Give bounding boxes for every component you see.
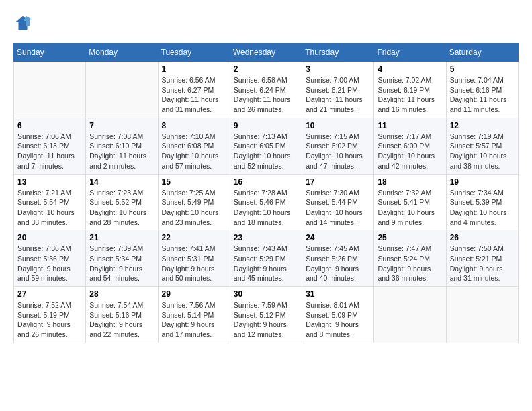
day-info: Sunrise: 7:15 AM Sunset: 6:02 PM Dayligh… xyxy=(306,132,370,171)
calendar-cell: 31Sunrise: 8:01 AM Sunset: 5:09 PM Dayli… xyxy=(302,287,374,343)
day-info: Sunrise: 7:34 AM Sunset: 5:39 PM Dayligh… xyxy=(450,188,515,228)
day-number: 19 xyxy=(450,177,515,187)
day-info: Sunrise: 6:58 AM Sunset: 6:24 PM Dayligh… xyxy=(234,75,298,115)
day-info: Sunrise: 7:41 AM Sunset: 5:31 PM Dayligh… xyxy=(162,244,226,283)
calendar-cell: 19Sunrise: 7:34 AM Sunset: 5:39 PM Dayli… xyxy=(446,174,518,230)
day-number: 24 xyxy=(306,233,370,242)
day-info: Sunrise: 7:52 AM Sunset: 5:19 PM Dayligh… xyxy=(17,300,82,340)
day-info: Sunrise: 7:17 AM Sunset: 6:00 PM Dayligh… xyxy=(378,132,442,171)
day-info: Sunrise: 7:36 AM Sunset: 5:36 PM Dayligh… xyxy=(17,244,82,283)
day-number: 7 xyxy=(89,121,154,130)
calendar-cell: 1Sunrise: 6:56 AM Sunset: 6:27 PM Daylig… xyxy=(158,62,230,118)
calendar-cell: 5Sunrise: 7:04 AM Sunset: 6:16 PM Daylig… xyxy=(446,62,518,118)
day-info: Sunrise: 7:28 AM Sunset: 5:46 PM Dayligh… xyxy=(234,188,298,228)
day-number: 22 xyxy=(162,233,226,242)
calendar-cell: 9Sunrise: 7:13 AM Sunset: 6:05 PM Daylig… xyxy=(230,118,302,174)
day-number: 10 xyxy=(306,121,370,130)
day-number: 28 xyxy=(89,289,154,299)
calendar-header-wednesday: Wednesday xyxy=(230,44,302,62)
calendar-cell: 25Sunrise: 7:47 AM Sunset: 5:24 PM Dayli… xyxy=(374,230,446,287)
calendar-cell: 6Sunrise: 7:06 AM Sunset: 6:13 PM Daylig… xyxy=(14,118,86,174)
calendar-cell: 24Sunrise: 7:45 AM Sunset: 5:26 PM Dayli… xyxy=(302,230,374,287)
day-number: 16 xyxy=(234,177,298,187)
day-info: Sunrise: 7:54 AM Sunset: 5:16 PM Dayligh… xyxy=(89,300,154,340)
day-info: Sunrise: 7:56 AM Sunset: 5:14 PM Dayligh… xyxy=(162,300,226,340)
day-number: 13 xyxy=(17,177,82,187)
day-info: Sunrise: 6:56 AM Sunset: 6:27 PM Dayligh… xyxy=(162,75,226,115)
calendar-cell: 8Sunrise: 7:10 AM Sunset: 6:08 PM Daylig… xyxy=(158,118,230,174)
day-number: 23 xyxy=(234,233,298,242)
calendar-header-row: SundayMondayTuesdayWednesdayThursdayFrid… xyxy=(14,44,519,62)
calendar-header-monday: Monday xyxy=(86,44,158,62)
calendar-cell: 12Sunrise: 7:19 AM Sunset: 5:57 PM Dayli… xyxy=(446,118,518,174)
calendar-header-saturday: Saturday xyxy=(446,44,518,62)
day-number: 3 xyxy=(306,64,370,74)
calendar-cell: 29Sunrise: 7:56 AM Sunset: 5:14 PM Dayli… xyxy=(158,287,230,343)
calendar-cell xyxy=(86,62,158,118)
day-info: Sunrise: 7:47 AM Sunset: 5:24 PM Dayligh… xyxy=(378,244,442,283)
calendar-week-row: 6Sunrise: 7:06 AM Sunset: 6:13 PM Daylig… xyxy=(14,118,519,174)
day-number: 27 xyxy=(17,289,82,299)
calendar-cell: 11Sunrise: 7:17 AM Sunset: 6:00 PM Dayli… xyxy=(374,118,446,174)
day-number: 21 xyxy=(89,233,154,242)
calendar-week-row: 1Sunrise: 6:56 AM Sunset: 6:27 PM Daylig… xyxy=(14,62,519,118)
day-number: 25 xyxy=(378,233,442,242)
calendar-cell: 20Sunrise: 7:36 AM Sunset: 5:36 PM Dayli… xyxy=(14,230,86,287)
calendar-cell: 28Sunrise: 7:54 AM Sunset: 5:16 PM Dayli… xyxy=(86,287,158,343)
calendar-cell: 15Sunrise: 7:25 AM Sunset: 5:49 PM Dayli… xyxy=(158,174,230,230)
day-number: 31 xyxy=(306,289,370,299)
calendar-cell: 3Sunrise: 7:00 AM Sunset: 6:21 PM Daylig… xyxy=(302,62,374,118)
calendar-cell: 13Sunrise: 7:21 AM Sunset: 5:54 PM Dayli… xyxy=(14,174,86,230)
calendar-cell: 22Sunrise: 7:41 AM Sunset: 5:31 PM Dayli… xyxy=(158,230,230,287)
day-number: 8 xyxy=(162,121,226,130)
day-number: 26 xyxy=(450,233,515,242)
day-number: 15 xyxy=(162,177,226,187)
day-number: 17 xyxy=(306,177,370,187)
day-info: Sunrise: 7:30 AM Sunset: 5:44 PM Dayligh… xyxy=(306,188,370,228)
day-info: Sunrise: 7:02 AM Sunset: 6:19 PM Dayligh… xyxy=(378,75,442,115)
logo xyxy=(13,13,35,32)
calendar-cell: 14Sunrise: 7:23 AM Sunset: 5:52 PM Dayli… xyxy=(86,174,158,230)
day-info: Sunrise: 8:01 AM Sunset: 5:09 PM Dayligh… xyxy=(306,300,370,340)
day-number: 14 xyxy=(89,177,154,187)
day-info: Sunrise: 7:43 AM Sunset: 5:29 PM Dayligh… xyxy=(234,244,298,283)
day-info: Sunrise: 7:06 AM Sunset: 6:13 PM Dayligh… xyxy=(17,132,82,171)
day-info: Sunrise: 7:59 AM Sunset: 5:12 PM Dayligh… xyxy=(234,300,298,340)
day-info: Sunrise: 7:19 AM Sunset: 5:57 PM Dayligh… xyxy=(450,132,515,171)
day-info: Sunrise: 7:23 AM Sunset: 5:52 PM Dayligh… xyxy=(89,188,154,228)
calendar-cell: 23Sunrise: 7:43 AM Sunset: 5:29 PM Dayli… xyxy=(230,230,302,287)
day-number: 18 xyxy=(378,177,442,187)
day-number: 4 xyxy=(378,64,442,74)
calendar-cell xyxy=(374,287,446,343)
day-info: Sunrise: 7:04 AM Sunset: 6:16 PM Dayligh… xyxy=(450,75,515,115)
calendar-header-sunday: Sunday xyxy=(14,44,86,62)
day-number: 9 xyxy=(234,121,298,130)
day-info: Sunrise: 7:39 AM Sunset: 5:34 PM Dayligh… xyxy=(89,244,154,283)
day-number: 2 xyxy=(234,64,298,74)
calendar-cell: 27Sunrise: 7:52 AM Sunset: 5:19 PM Dayli… xyxy=(14,287,86,343)
day-info: Sunrise: 7:08 AM Sunset: 6:10 PM Dayligh… xyxy=(89,132,154,171)
calendar-header-thursday: Thursday xyxy=(302,44,374,62)
day-number: 6 xyxy=(17,121,82,130)
day-number: 20 xyxy=(17,233,82,242)
calendar-cell: 17Sunrise: 7:30 AM Sunset: 5:44 PM Dayli… xyxy=(302,174,374,230)
day-number: 11 xyxy=(378,121,442,130)
day-info: Sunrise: 7:10 AM Sunset: 6:08 PM Dayligh… xyxy=(162,132,226,171)
calendar-week-row: 20Sunrise: 7:36 AM Sunset: 5:36 PM Dayli… xyxy=(14,230,519,287)
day-number: 30 xyxy=(234,289,298,299)
logo-icon xyxy=(13,13,32,32)
page-header xyxy=(13,13,519,32)
day-info: Sunrise: 7:00 AM Sunset: 6:21 PM Dayligh… xyxy=(306,75,370,115)
calendar-cell: 4Sunrise: 7:02 AM Sunset: 6:19 PM Daylig… xyxy=(374,62,446,118)
day-number: 5 xyxy=(450,64,515,74)
day-info: Sunrise: 7:13 AM Sunset: 6:05 PM Dayligh… xyxy=(234,132,298,171)
day-info: Sunrise: 7:32 AM Sunset: 5:41 PM Dayligh… xyxy=(378,188,442,228)
calendar-header-friday: Friday xyxy=(374,44,446,62)
day-info: Sunrise: 7:45 AM Sunset: 5:26 PM Dayligh… xyxy=(306,244,370,283)
calendar-table: SundayMondayTuesdayWednesdayThursdayFrid… xyxy=(13,43,519,343)
calendar-cell: 21Sunrise: 7:39 AM Sunset: 5:34 PM Dayli… xyxy=(86,230,158,287)
calendar-week-row: 13Sunrise: 7:21 AM Sunset: 5:54 PM Dayli… xyxy=(14,174,519,230)
calendar-cell: 18Sunrise: 7:32 AM Sunset: 5:41 PM Dayli… xyxy=(374,174,446,230)
calendar-cell xyxy=(446,287,518,343)
calendar-cell: 10Sunrise: 7:15 AM Sunset: 6:02 PM Dayli… xyxy=(302,118,374,174)
